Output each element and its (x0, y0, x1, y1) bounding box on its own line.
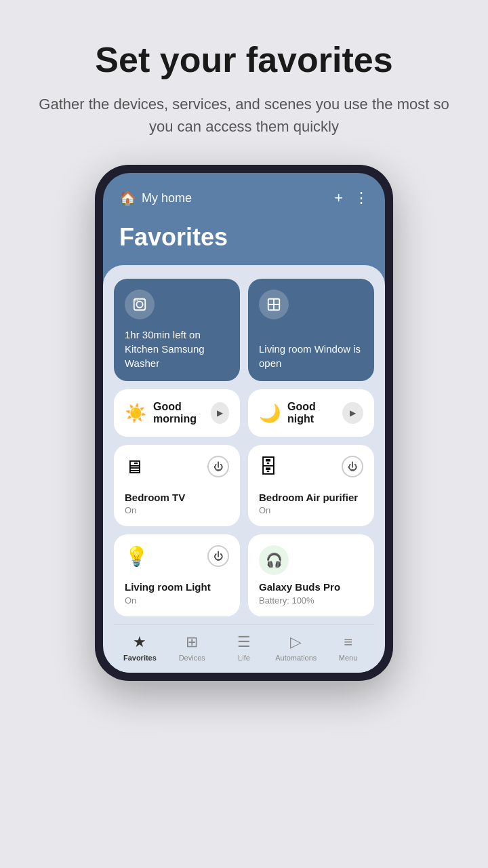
light-card-header: 💡 ⏻ (125, 545, 229, 568)
buds-status: Battery: 100% (259, 595, 363, 606)
purifier-power-button[interactable]: ⏻ (342, 456, 363, 477)
scene-night-left: 🌙 Good night (259, 401, 342, 425)
life-icon: ☰ (237, 633, 251, 651)
purifier-icon: 🗄 (259, 456, 278, 478)
purifier-card-header: 🗄 ⏻ (259, 456, 363, 478)
night-play-button[interactable]: ▶ (342, 402, 363, 424)
tv-card-header: 🖥 ⏻ (125, 456, 229, 478)
automations-icon: ▷ (290, 633, 302, 651)
status-cards-row: 1hr 30min left on Kitchen Samsung Washer… (114, 279, 374, 381)
device-cards-row1: 🖥 ⏻ Bedroom TV On 🗄 ⏻ Bedroom Air purifi… (114, 445, 374, 526)
nav-menu-label: Menu (339, 654, 358, 662)
tv-power-button[interactable]: ⏻ (207, 456, 229, 477)
washer-status-text: 1hr 30min left on Kitchen Samsung Washer (125, 328, 229, 370)
window-icon (259, 290, 289, 319)
scene-morning-left: ☀️ Good morning (125, 401, 211, 425)
light-power-button[interactable]: ⏻ (207, 545, 229, 567)
purifier-name: Bedroom Air purifier (259, 491, 363, 505)
device-card-buds[interactable]: 🎧 Galaxy Buds Pro Battery: 100% (248, 534, 374, 616)
star-icon: ★ (133, 633, 146, 651)
nav-life-label: Life (238, 654, 250, 662)
add-button[interactable]: + (334, 189, 343, 207)
buds-icon: 🎧 (266, 552, 283, 568)
header-left: 🏠 My home (119, 190, 192, 206)
tv-status: On (125, 505, 229, 515)
scene-night-label: Good night (287, 401, 342, 425)
home-icon: 🏠 (119, 190, 136, 206)
phone-screen: 🏠 My home + ⋮ Favorites (103, 173, 385, 673)
status-card-window[interactable]: Living room Window is open (248, 279, 374, 381)
buds-icon-wrapper: 🎧 (259, 545, 289, 575)
home-title: My home (142, 191, 192, 205)
scene-cards-row: ☀️ Good morning ▶ 🌙 Good night ▶ (114, 389, 374, 437)
device-card-tv[interactable]: 🖥 ⏻ Bedroom TV On (114, 445, 240, 526)
nav-life[interactable]: ☰ Life (218, 633, 270, 662)
washer-icon (125, 290, 155, 319)
more-button[interactable]: ⋮ (354, 189, 369, 207)
menu-icon: ≡ (344, 633, 352, 651)
tv-icon: 🖥 (125, 456, 144, 478)
device-cards-row2: 💡 ⏻ Living room Light On 🎧 (114, 534, 374, 616)
light-icon: 💡 (125, 545, 148, 568)
scene-morning-label: Good morning (153, 401, 211, 425)
scene-card-night[interactable]: 🌙 Good night ▶ (248, 389, 374, 437)
svg-point-3 (137, 300, 138, 302)
purifier-status: On (259, 505, 363, 515)
buds-name: Galaxy Buds Pro (259, 580, 363, 594)
header-actions: + ⋮ (334, 189, 369, 207)
nav-automations-label: Automations (275, 654, 317, 662)
light-status: On (125, 595, 229, 606)
hero-subtitle: Gather the devices, services, and scenes… (27, 93, 461, 138)
section-title: Favorites (103, 218, 385, 265)
hero-title: Set your favorites (27, 41, 461, 79)
device-card-light[interactable]: 💡 ⏻ Living room Light On (114, 534, 240, 616)
light-name: Living room Light (125, 580, 229, 594)
svg-point-0 (136, 302, 142, 308)
nav-favorites-label: Favorites (123, 654, 157, 662)
buds-card-header: 🎧 (259, 545, 363, 575)
tv-name: Bedroom TV (125, 491, 229, 505)
bottom-nav: ★ Favorites ⊞ Devices ☰ Life ▷ Automatio… (114, 625, 374, 673)
status-card-washer[interactable]: 1hr 30min left on Kitchen Samsung Washer (114, 279, 240, 381)
phone-mockup: 🏠 My home + ⋮ Favorites (95, 165, 393, 681)
moon-icon: 🌙 (259, 403, 281, 424)
app-header: 🏠 My home + ⋮ (103, 173, 385, 218)
scroll-area: 1hr 30min left on Kitchen Samsung Washer… (103, 265, 385, 673)
nav-automations[interactable]: ▷ Automations (270, 633, 322, 662)
devices-icon: ⊞ (186, 633, 198, 651)
hero-section: Set your favorites Gather the devices, s… (0, 0, 488, 165)
window-status-text: Living room Window is open (259, 342, 363, 370)
svg-point-2 (136, 300, 137, 302)
nav-devices[interactable]: ⊞ Devices (166, 633, 218, 662)
sun-icon: ☀️ (125, 403, 146, 424)
morning-play-button[interactable]: ▶ (211, 402, 229, 424)
nav-devices-label: Devices (179, 654, 205, 662)
nav-favorites[interactable]: ★ Favorites (114, 633, 166, 662)
scene-card-morning[interactable]: ☀️ Good morning ▶ (114, 389, 240, 437)
device-card-purifier[interactable]: 🗄 ⏻ Bedroom Air purifier On (248, 445, 374, 526)
nav-menu[interactable]: ≡ Menu (322, 633, 374, 662)
